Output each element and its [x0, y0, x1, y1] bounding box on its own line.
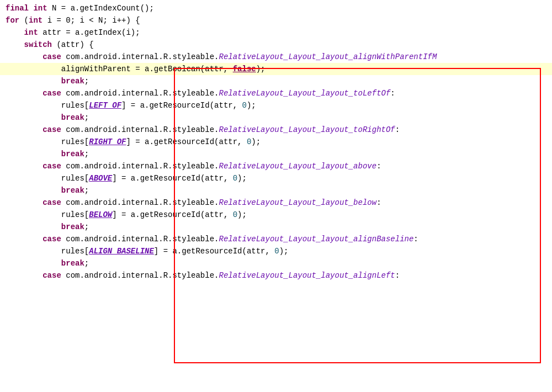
code-line-19: break; — [0, 221, 552, 233]
keyword-case-4: case — [43, 160, 61, 172]
keyword-false: false — [233, 63, 256, 75]
keyword-case-3: case — [43, 124, 61, 136]
keyword-case-6: case — [43, 233, 61, 245]
code-line-12: rules[RIGHT_OF] = a.getResourceId(attr, … — [0, 136, 552, 148]
keyword-final: final — [6, 2, 29, 14]
keyword-case-1: case — [43, 51, 61, 63]
keyword-break-1: break — [61, 75, 84, 87]
code-line-14: case com.android.internal.R.styleable.Re… — [0, 160, 552, 172]
code-line-2: for (int i = 0; i < N; i++) { — [0, 14, 552, 27]
keyword-break-4: break — [61, 184, 84, 197]
keyword-break-5: break — [61, 221, 84, 233]
code-line-16: break; — [0, 184, 552, 197]
styleable-ref-2: RelativeLayout_Layout_layout_toLeftOf — [219, 87, 390, 99]
code-line-1: final int N = a.getIndexCount(); — [0, 2, 552, 14]
code-line-22: break; — [0, 257, 552, 269]
constant-left-of: LEFT_OF — [89, 99, 121, 112]
styleable-ref-6: RelativeLayout_Layout_layout_alignBaseli… — [219, 233, 413, 245]
code-line-21: rules[ALIGN_BASELINE] = a.getResourceId(… — [0, 245, 552, 257]
keyword-case-5: case — [43, 197, 61, 209]
code-line-18: rules[BELOW] = a.getResourceId(attr, 0); — [0, 209, 552, 221]
keyword-switch: switch — [24, 39, 52, 51]
code-line-20: case com.android.internal.R.styleable.Re… — [0, 233, 552, 245]
styleable-ref-1: RelativeLayout_Layout_layout_alignWithPa… — [219, 51, 437, 63]
keyword-int-3: int — [24, 27, 38, 39]
keyword-int-2: int — [29, 14, 43, 27]
code-line-10: break; — [0, 112, 552, 124]
code-editor: final int N = a.getIndexCount(); for (in… — [0, 0, 552, 392]
keyword-case-2: case — [43, 87, 61, 99]
constant-above: ABOVE — [89, 172, 112, 184]
code-line-13: break; — [0, 148, 552, 160]
constant-below: BELOW — [89, 209, 112, 221]
keyword-for: for — [6, 14, 19, 27]
code-line-5: case com.android.internal.R.styleable.Re… — [0, 51, 552, 63]
styleable-ref-3: RelativeLayout_Layout_layout_toRightOf — [219, 124, 395, 136]
code-line-11: case com.android.internal.R.styleable.Re… — [0, 124, 552, 136]
keyword-break-3: break — [61, 148, 84, 160]
code-line-3: int attr = a.getIndex(i); — [0, 27, 552, 39]
code-line-17: case com.android.internal.R.styleable.Re… — [0, 197, 552, 209]
keyword-int: int — [33, 2, 47, 14]
code-line-7: break; — [0, 75, 552, 87]
code-line-15: rules[ABOVE] = a.getResourceId(attr, 0); — [0, 172, 552, 184]
styleable-ref-5: RelativeLayout_Layout_layout_below — [219, 197, 376, 209]
keyword-case-7: case — [43, 269, 61, 282]
code-line-9: rules[LEFT_OF] = a.getResourceId(attr, 0… — [0, 99, 552, 112]
keyword-break-6: break — [61, 257, 84, 269]
styleable-ref-4: RelativeLayout_Layout_layout_above — [219, 160, 376, 172]
constant-align-baseline: ALIGN_BASELINE — [89, 245, 154, 257]
code-line-6: alignWithParent = a.getBoolean(attr, fal… — [0, 63, 552, 75]
code-line-8: case com.android.internal.R.styleable.Re… — [0, 87, 552, 99]
code-line-4: switch (attr) { — [0, 39, 552, 51]
constant-right-of: RIGHT_OF — [89, 136, 126, 148]
styleable-ref-7: RelativeLayout_Layout_layout_alignLeft — [219, 269, 395, 282]
keyword-break-2: break — [61, 112, 84, 124]
code-line-23: case com.android.internal.R.styleable.Re… — [0, 269, 552, 282]
